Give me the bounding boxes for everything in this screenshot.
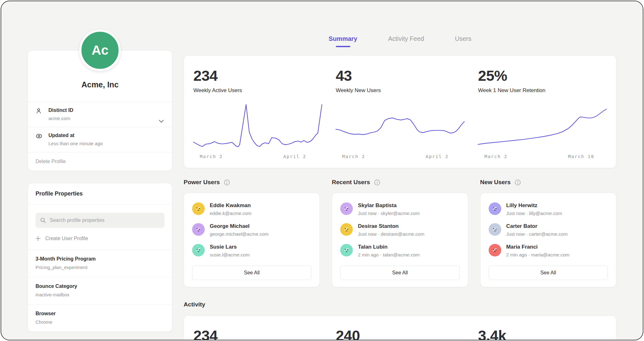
delete-profile-button[interactable]: Delete Profile: [28, 152, 172, 171]
avatar-wrap: Ac: [28, 30, 172, 71]
stat-value: 25%: [478, 67, 607, 84]
x-axis: March 2 March 10: [478, 154, 607, 160]
recent-users-card: Skylar BaptistaJust now · skyler@acme.co…: [332, 193, 468, 287]
property-value: inactive-mailbox: [36, 292, 164, 297]
distinct-id-value: acme.com: [48, 116, 73, 121]
avatar-face-icon: [491, 226, 499, 233]
user-list-item[interactable]: Susie Larssusie.l@acme.com: [192, 244, 311, 257]
summary-stats-card: 234 Weekly Active Users March 2 April 2 …: [184, 55, 616, 168]
stat-label: Week 1 New User Retention: [478, 87, 607, 94]
user-subtitle: Just now · desirare@acme.com: [358, 231, 424, 237]
user-subtitle: Just now · lilly@acme.com: [506, 211, 562, 216]
stat-value: 234: [193, 67, 322, 84]
activity-stat: 234: [193, 327, 322, 340]
user-avatar: [340, 244, 353, 256]
user-subtitle: susie.l@acme.com: [210, 252, 250, 257]
user-name: Eddie Kwakman: [210, 202, 252, 209]
property-name: 3-Month Pricing Program: [36, 256, 164, 262]
week1-retention-chart: [478, 104, 607, 150]
user-avatar: [192, 244, 205, 256]
user-name: Maria Franci: [506, 244, 569, 250]
user-subtitle: 2 min ago · maria@acme.com: [506, 252, 569, 257]
user-avatar: [489, 202, 501, 215]
info-icon[interactable]: [374, 179, 380, 185]
x-tick-label: April 2: [283, 154, 306, 159]
user-avatar: [489, 244, 501, 256]
user-avatar: [340, 223, 353, 236]
user-avatar: [340, 202, 353, 215]
tab-summary[interactable]: Summary: [329, 35, 357, 47]
power-users-title: Power Users: [184, 179, 220, 186]
see-all-button[interactable]: See All: [340, 266, 459, 280]
user-subtitle: 2 min ago · talan@acme.com: [358, 252, 419, 257]
see-all-button[interactable]: See All: [192, 266, 311, 280]
property-row: 3-Month Pricing Program Pricing_plan_exp…: [28, 250, 172, 277]
tab-activity-feed[interactable]: Activity Feed: [388, 35, 424, 47]
user-list-item[interactable]: Desirae StantonJust now · desirare@acme.…: [340, 223, 459, 237]
info-icon[interactable]: [224, 179, 230, 185]
create-user-profile-label: Create User Profile: [45, 236, 88, 241]
property-value: Chrome: [36, 319, 164, 325]
new-users-title: New Users: [480, 179, 511, 186]
avatar: Ac: [79, 30, 121, 71]
plus-icon: [36, 236, 41, 241]
updated-at-label: Updated at: [48, 133, 103, 138]
stat-weekly-new-users: 43 Weekly New Users March 2 April 2: [336, 67, 464, 160]
profile-properties-title: Profile Properties: [28, 183, 172, 204]
user-list-item[interactable]: Talan Lubin2 min ago · talan@acme.com: [340, 244, 459, 257]
user-name: George Michael: [210, 223, 269, 229]
avatar-face-icon: [491, 205, 499, 212]
user-name: Desirae Stanton: [358, 223, 424, 229]
activity-title: Activity: [184, 301, 616, 308]
profile-sidebar: Ac Acme, Inc Distinct ID acme.com: [28, 1, 172, 340]
stat-label: Weekly Active Users: [193, 87, 322, 94]
info-icon[interactable]: [515, 179, 521, 185]
user-list-item[interactable]: Maria Franci2 min ago · maria@acme.com: [489, 244, 608, 257]
property-value: Pricing_plan_experiment: [36, 265, 164, 270]
activity-stat: 3.4k: [478, 327, 607, 340]
avatar-face-icon: [491, 246, 499, 254]
user-avatar: [192, 223, 205, 236]
property-name: Bounce Category: [36, 283, 164, 289]
user-list-item[interactable]: Skylar BaptistaJust now · skyler@acme.co…: [340, 202, 459, 216]
user-avatar: [192, 202, 205, 215]
new-users-card: Lilly HerwitzJust now · lilly@acme.comCa…: [480, 193, 616, 287]
user-name: Lilly Herwitz: [506, 202, 562, 209]
property-name: Browser: [36, 311, 164, 316]
search-input[interactable]: [50, 217, 160, 223]
create-user-profile-button[interactable]: Create User Profile: [36, 236, 164, 241]
user-subtitle: george.michael@acme.com: [210, 231, 269, 237]
company-name: Acme, Inc: [36, 80, 164, 89]
user-subtitle: Just now · carter@acme.com: [506, 231, 568, 237]
stat-value: 43: [336, 67, 464, 84]
new-users-heading: New Users: [480, 179, 616, 186]
user-list-item[interactable]: Lilly HerwitzJust now · lilly@acme.com: [489, 202, 608, 216]
search-icon: [40, 217, 46, 223]
person-icon: [36, 107, 43, 121]
app-window: Ac Acme, Inc Distinct ID acme.com: [1, 1, 643, 340]
weekly-new-users-chart: [336, 104, 464, 150]
x-axis: March 2 April 2: [336, 154, 464, 160]
user-list-item[interactable]: George Michaelgeorge.michael@acme.com: [192, 223, 311, 237]
recent-users-heading: Recent Users: [332, 179, 468, 186]
x-tick-label: March 2: [485, 154, 508, 159]
chevron-down-icon[interactable]: [159, 120, 164, 123]
stat-weekly-active-users: 234 Weekly Active Users March 2 April 2: [193, 67, 322, 160]
user-list-item[interactable]: Carter BatorJust now · carter@acme.com: [489, 223, 608, 237]
user-subtitle: eddie.k@acme.com: [210, 211, 252, 216]
power-users-card: Eddie Kwakmaneddie.k@acme.comGeorge Mich…: [184, 193, 320, 287]
user-name: Susie Lars: [210, 244, 250, 250]
main-content: Summary Activity Feed Users 234 Weekly A…: [184, 1, 616, 340]
x-tick-label: April 2: [426, 154, 449, 159]
distinct-id-row: Distinct ID acme.com: [28, 102, 172, 127]
recent-users-title: Recent Users: [332, 179, 370, 186]
x-axis: March 2 April 2: [193, 154, 322, 160]
avatar-face-icon: [195, 226, 202, 233]
see-all-button[interactable]: See All: [489, 266, 608, 280]
tab-users[interactable]: Users: [455, 35, 471, 47]
power-users-heading: Power Users: [184, 179, 320, 186]
user-list-item[interactable]: Eddie Kwakmaneddie.k@acme.com: [192, 202, 311, 216]
distinct-id-label: Distinct ID: [48, 107, 73, 113]
property-row: Bounce Category inactive-mailbox: [28, 277, 172, 304]
updated-at-value: Less than one minute ago: [48, 141, 103, 146]
